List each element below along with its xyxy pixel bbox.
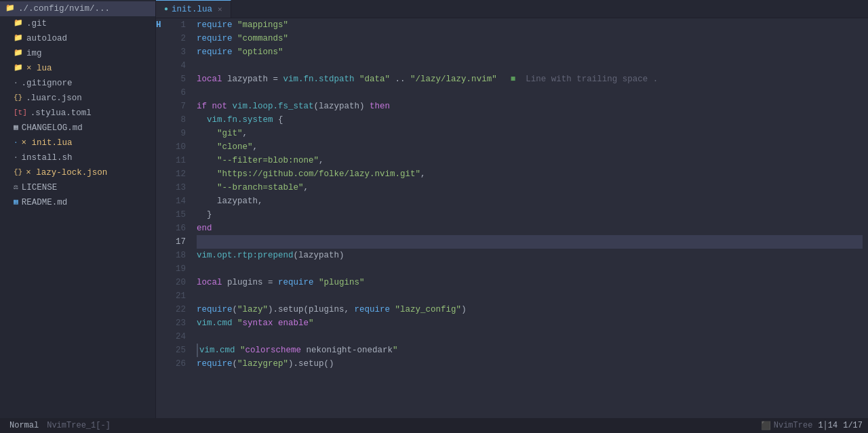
code-line-19 (197, 262, 863, 276)
token-str: "lazy" (237, 305, 268, 314)
token-op: { (273, 115, 283, 125)
token-op (390, 305, 395, 314)
token-op (355, 75, 360, 84)
code-line-11: "--filter=blob:none", (197, 154, 863, 167)
line-num-25: 25 (172, 344, 186, 357)
line-num-20: 20 (172, 276, 186, 289)
sidebar-item-autoload[interactable]: 📁autoload (0, 31, 155, 46)
token-str: "clone" (217, 142, 253, 152)
token-op (197, 169, 217, 179)
token-str: "https://github.com/folke/lazy.nvim.git" (217, 169, 420, 179)
token-op: , (304, 183, 309, 192)
sidebar-item-luarc[interactable]: {}.luarc.json (0, 91, 155, 106)
sidebar-label-stylua: .stylua.toml (31, 106, 92, 120)
line-numbers: 1234567891011121314151617181920212223242… (167, 18, 191, 418)
token-op (233, 34, 238, 43)
code-line-18: vim.opt.rtp:prepend(lazypath) (197, 249, 863, 262)
nvimtree-icon: ⬛ (761, 421, 771, 431)
line-num-21: 21 (172, 289, 186, 303)
code-line-6 (197, 86, 863, 100)
token-str: "--branch=stable" (217, 183, 304, 192)
sidebar-item-stylua[interactable]: [t].stylua.toml (0, 106, 155, 121)
token-op: , (420, 169, 426, 179)
sidebar-item-img[interactable]: 📁img (0, 46, 155, 61)
line-num-2: 2 (172, 32, 186, 45)
line-num-11: 11 (172, 154, 186, 167)
line-num-15: 15 (172, 208, 186, 222)
token-str: "commands" (237, 34, 288, 43)
virtual-text-5: ■ Line with trailing space . (511, 75, 658, 84)
line-num-5: 5 (172, 73, 186, 86)
tab-initlua[interactable]: ●init.lua✕ (156, 0, 231, 18)
tab-close-initlua[interactable]: ✕ (218, 5, 222, 14)
sidebar-label-initlua: × init.lua (22, 136, 73, 150)
sidebar-item-lua[interactable]: 📁× lua (0, 61, 155, 76)
line-num-17: 17 (172, 235, 186, 249)
line-num-22: 22 (172, 303, 186, 316)
sidebar-item-license[interactable]: ⚖LICENSE (0, 180, 155, 195)
token-op: ).setup(plugins, (268, 305, 355, 314)
sidebar-item-git[interactable]: 📁.git (0, 16, 155, 31)
line-num-19: 19 (172, 262, 186, 276)
token-builtin: vim.loop.fs_stat (233, 102, 314, 111)
sidebar-item-installsh[interactable]: ·install.sh (0, 150, 155, 165)
line-num-16: 16 (172, 222, 186, 235)
sidebar-item-lazylockjson[interactable]: {}× lazy-lock.json (0, 165, 155, 180)
token-fn: require (355, 305, 391, 314)
line-num-6: 6 (172, 86, 186, 100)
token-str: "git" (217, 129, 243, 138)
marker-column: H (156, 18, 167, 418)
marker-5: H (156, 20, 161, 30)
code-line-13: "--branch=stable", (197, 181, 863, 194)
token-kw: if (197, 102, 207, 111)
token-op (233, 47, 238, 57)
token-str: "plugins" (319, 278, 365, 287)
status-total: 1/17 (843, 421, 863, 430)
line-num-4: 4 (172, 59, 186, 73)
token-str: " (309, 318, 314, 328)
token-op: , (253, 142, 258, 152)
code-line-8: vim.fn.system { (197, 113, 863, 127)
code-line-9: "git", (197, 127, 863, 140)
token-op (314, 278, 319, 287)
token-fn: require (278, 278, 314, 287)
sidebar-item-changelog[interactable]: ▦CHANGELOG.md (0, 121, 155, 136)
token-kw: then (370, 102, 390, 111)
sidebar-icon-gitignore: · (14, 77, 18, 89)
sidebar-item-readme[interactable]: ▦README.md (0, 195, 155, 210)
token-str: "data" (359, 75, 390, 84)
token-builtin: vim.fn.system (207, 115, 273, 125)
tab-label-initlua: init.lua (172, 5, 212, 14)
sidebar-item-gitignore[interactable]: ·.gitignore (0, 76, 155, 91)
token-builtin: vim.opt.rtp:prepend (197, 251, 294, 260)
virtual-label: Line with trailing space . (526, 75, 658, 84)
token-op: .. (390, 75, 410, 84)
code-line-7: if not vim.loop.fs_stat(lazypath) then (197, 100, 863, 113)
sidebar-icon-git: 📁 (14, 18, 23, 30)
token-op (197, 129, 217, 138)
line-num-13: 13 (172, 181, 186, 194)
token-op: ( (233, 359, 238, 369)
line-num-9: 9 (172, 127, 186, 140)
token-op: , (243, 129, 248, 138)
sidebar-item-config[interactable]: 📁./.config/nvim/... (0, 1, 155, 16)
sidebar-label-license: LICENSE (22, 181, 58, 194)
line-num-3: 3 (172, 45, 186, 59)
editor-content[interactable]: H 12345678910111213141516171819202122232… (156, 18, 868, 418)
token-kw: colorscheme (245, 346, 302, 355)
code-lines[interactable]: require "mappings"require "commands"requ… (191, 18, 868, 418)
token-op (207, 102, 212, 111)
status-right: ⬛ NvimTree 1│14 1/17 (761, 421, 863, 431)
code-line-12: "https://github.com/folke/lazy.nvim.git"… (197, 167, 863, 181)
code-line-26: require("lazygrep").setup() (197, 357, 863, 371)
sidebar-label-luarc: .luarc.json (26, 91, 82, 105)
token-op (235, 346, 241, 355)
status-bar: Normal NvimTree_1[-] ⬛ NvimTree 1│14 1/1… (0, 418, 868, 433)
sidebar-icon-autoload: 📁 (14, 33, 23, 45)
code-line-2: require "commands" (197, 32, 863, 45)
token-str: "--filter=blob:none" (217, 156, 319, 165)
token-kw: local (197, 75, 222, 84)
code-line-1: require "mappings" (197, 18, 863, 32)
code-container: H 12345678910111213141516171819202122232… (156, 18, 868, 418)
sidebar-item-initlua[interactable]: ·× init.lua (0, 136, 155, 150)
